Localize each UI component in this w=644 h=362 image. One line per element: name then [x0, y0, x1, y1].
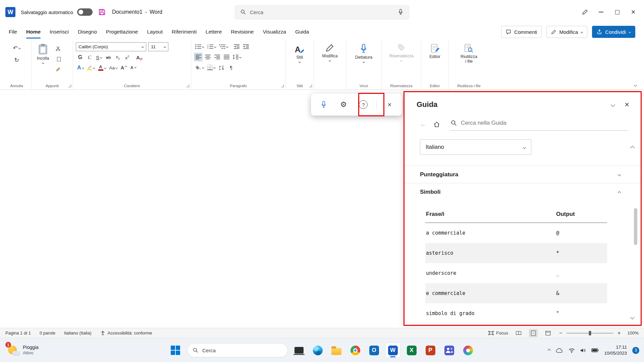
align-left-button[interactable] [194, 53, 203, 61]
taskbar-app-excel[interactable]: X [404, 343, 419, 358]
cut-button[interactable] [54, 44, 62, 53]
decrease-indent-button[interactable] [232, 42, 241, 51]
collapse-ribbon-button[interactable] [634, 83, 637, 87]
reuse-files-button[interactable]: Riutilizzai file [458, 42, 480, 81]
tab-disegno[interactable]: Disegno [78, 24, 97, 40]
volume-icon[interactable] [580, 348, 586, 353]
taskbar-app-file-explorer[interactable] [329, 343, 344, 358]
grow-font-button[interactable]: A [119, 63, 128, 72]
help-section-punteggiatura[interactable]: Punteggiatura [405, 166, 641, 183]
copy-button[interactable] [54, 55, 62, 63]
tab-inserisci[interactable]: Inserisci [50, 24, 69, 40]
help-section-simboli[interactable]: Simboli [405, 183, 641, 201]
italic-button[interactable]: C [85, 53, 94, 62]
help-home-button[interactable] [433, 121, 440, 128]
notification-center-badge[interactable]: 3 [632, 347, 639, 354]
tab-guida[interactable]: Guida [295, 24, 309, 40]
dictation-settings-button[interactable]: ⚙ [336, 98, 351, 112]
paste-button[interactable]: Incolla [34, 42, 52, 81]
read-mode-button[interactable] [514, 329, 523, 337]
clock[interactable]: 17:11 10/05/2023 [604, 344, 627, 356]
text-effects-button[interactable]: A [76, 63, 85, 72]
tab-layout[interactable]: Layout [147, 24, 163, 40]
tab-lettere[interactable]: Lettere [206, 24, 222, 40]
autosave-toggle[interactable] [77, 8, 93, 16]
font-color-button[interactable]: A [97, 63, 107, 72]
styles-button[interactable]: A Stili [292, 42, 307, 81]
comments-button[interactable]: Commenti [501, 26, 542, 38]
multilevel-list-button[interactable] [218, 42, 229, 51]
help-scroll-up-button[interactable] [630, 146, 635, 150]
dictation-close-button[interactable]: × [382, 98, 396, 112]
focus-mode-button[interactable]: Focus [488, 330, 508, 336]
taskbar-app-word[interactable]: W [385, 343, 400, 358]
taskbar-app-powerpoint[interactable]: P [423, 343, 438, 358]
wifi-icon[interactable] [569, 348, 575, 353]
zoom-in-button[interactable]: + [617, 330, 622, 336]
tab-progettazione[interactable]: Progettazione [106, 24, 138, 40]
change-case-button[interactable]: Aa [108, 63, 119, 72]
bold-button[interactable]: G [76, 53, 85, 62]
title-search-box[interactable]: Cerca [235, 5, 409, 19]
word-count[interactable]: 0 parole [40, 330, 55, 336]
shading-button[interactable] [194, 63, 205, 72]
taskbar-app-edge[interactable] [310, 343, 325, 358]
taskbar-app-chrome[interactable] [347, 343, 363, 358]
weather-widget[interactable]: 1 Pioggia Attivo [5, 338, 41, 362]
strikethrough-button[interactable]: ab [104, 53, 113, 62]
print-layout-button[interactable] [529, 329, 538, 337]
underline-button[interactable]: S [95, 53, 103, 62]
close-button[interactable]: × [625, 4, 641, 20]
start-button[interactable] [168, 343, 184, 358]
justify-button[interactable] [222, 53, 231, 61]
zoom-level[interactable]: 100% [628, 330, 639, 336]
line-spacing-button[interactable] [231, 53, 243, 61]
editor-button[interactable]: Editor [427, 42, 443, 81]
maximize-button[interactable] [609, 4, 625, 20]
tab-revisione[interactable]: Revisione [231, 24, 254, 40]
shrink-font-button[interactable]: A [129, 63, 138, 72]
tab-visualizza[interactable]: Visualizza [263, 24, 286, 40]
borders-button[interactable] [206, 63, 217, 72]
language-indicator[interactable]: Italiano (Italia) [64, 330, 92, 336]
zoom-thumb[interactable] [589, 331, 591, 336]
minimize-button[interactable] [593, 4, 609, 20]
taskbar-search[interactable]: Cerca [187, 343, 288, 357]
subscript-button[interactable]: x2 [113, 53, 122, 62]
font-name-combobox[interactable]: Calibri (Corpo) [76, 42, 146, 51]
help-scrollbar-thumb[interactable] [634, 208, 637, 245]
numbering-button[interactable]: 123 [206, 42, 217, 51]
pilcrow-button[interactable]: ¶ [227, 63, 235, 72]
taskbar-app-paint[interactable] [460, 343, 476, 358]
redo-button[interactable]: ↻ [11, 56, 21, 64]
align-right-button[interactable] [213, 53, 221, 61]
format-painter-button[interactable] [54, 65, 62, 74]
zoom-track[interactable] [567, 333, 613, 334]
taskbar-app-teams[interactable] [441, 343, 457, 358]
accessibility-status[interactable]: Accessibilità: conforme [100, 330, 152, 336]
bullets-button[interactable] [194, 42, 205, 51]
battery-icon[interactable] [591, 348, 599, 352]
dictation-mic-button[interactable] [317, 98, 331, 112]
tab-home[interactable]: Home [26, 24, 41, 40]
increase-indent-button[interactable] [241, 42, 250, 51]
title-search-mic-button[interactable] [398, 9, 404, 15]
ink-pen-button[interactable] [577, 4, 593, 20]
help-scroll-down-button[interactable] [630, 315, 635, 319]
editing-mode-button[interactable]: Modifica [546, 26, 587, 38]
taskbar-app-dark-window[interactable] [291, 343, 307, 358]
superscript-button[interactable]: x2 [123, 53, 131, 62]
undo-button[interactable]: ↶ [11, 44, 21, 52]
tray-show-hidden-button[interactable] [548, 349, 550, 352]
taskbar-app-outlook[interactable]: O [366, 343, 382, 358]
help-panel-collapse-button[interactable] [611, 103, 615, 107]
dictate-button[interactable]: Dettatura [353, 42, 375, 81]
appunti-dialog-launcher[interactable] [68, 84, 71, 87]
page-indicator[interactable]: Pagina 1 di 1 [5, 330, 31, 336]
share-button[interactable]: Condividi [592, 26, 635, 38]
highlight-color-button[interactable] [86, 63, 96, 72]
clear-formatting-button[interactable]: A [135, 53, 144, 62]
editing-button[interactable]: Modifica [319, 42, 340, 81]
tab-riferimenti[interactable]: Riferimenti [172, 24, 197, 40]
help-back-button[interactable]: ← [420, 120, 427, 128]
